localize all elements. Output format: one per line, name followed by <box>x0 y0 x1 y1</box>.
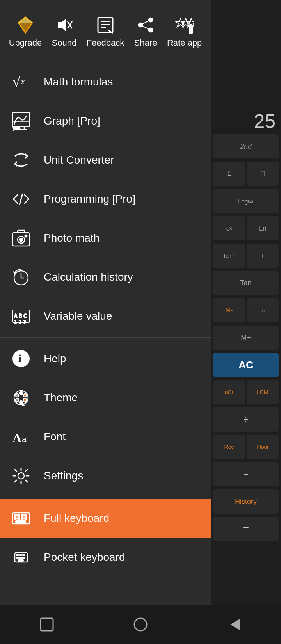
svg-marker-77 <box>230 619 240 630</box>
divider-1 <box>0 337 211 338</box>
svg-point-47 <box>23 394 27 397</box>
svg-point-33 <box>20 238 23 241</box>
toolbar-rate[interactable]: Rate app <box>164 10 205 52</box>
toolbar-upgrade[interactable]: Upgrade <box>6 10 45 52</box>
toolbar-share[interactable]: Share <box>131 10 160 52</box>
menu-item-photo-math[interactable]: Photo math <box>0 219 211 258</box>
menu-item-pocket-keyboard[interactable]: Pocket keyboard <box>0 538 211 577</box>
menu-label-font: Font <box>44 431 66 443</box>
svg-rect-69 <box>20 554 21 556</box>
svg-text:A: A <box>12 431 21 445</box>
math-formulas-icon: √ x <box>9 70 33 94</box>
menu-item-graph-pro[interactable]: y=x² Graph [Pro] <box>0 101 211 141</box>
svg-text:a: a <box>22 434 27 444</box>
settings-icon <box>9 464 33 487</box>
svg-line-30 <box>20 194 23 205</box>
svg-point-13 <box>149 28 153 32</box>
menu-label-variable-value: Variable value <box>44 310 112 322</box>
feedback-icon <box>95 14 116 36</box>
menu-label-photo-math: Photo math <box>44 232 100 244</box>
menu-item-theme[interactable]: Theme <box>0 378 211 417</box>
svg-rect-73 <box>23 557 25 559</box>
svg-point-56 <box>18 473 24 479</box>
menu-label-math-formulas: Math formulas <box>44 76 113 88</box>
svg-point-46 <box>20 391 23 395</box>
svg-rect-62 <box>14 518 16 519</box>
calc-history-icon <box>9 265 33 289</box>
svg-text:2: 2 <box>19 319 21 324</box>
toolbar-rate-label: Rate app <box>167 38 202 48</box>
svg-rect-60 <box>21 514 23 516</box>
toolbar-sound-label: Sound <box>52 38 77 48</box>
svg-rect-74 <box>18 560 23 561</box>
svg-text:1: 1 <box>14 319 17 324</box>
toolbar-share-label: Share <box>134 38 157 48</box>
nav-circle-button[interactable] <box>129 613 152 636</box>
toolbar-upgrade-label: Upgrade <box>9 38 42 48</box>
nav-back-button[interactable] <box>222 613 246 636</box>
menu-item-settings[interactable]: Settings <box>0 456 211 495</box>
svg-rect-65 <box>25 518 27 519</box>
svg-text:x: x <box>21 77 25 86</box>
drawer-overlay: Upgrade Sound Fe <box>0 0 281 644</box>
svg-text:A: A <box>14 313 18 319</box>
svg-rect-58 <box>14 514 16 516</box>
svg-rect-63 <box>18 518 20 519</box>
menu-item-programming-pro[interactable]: Programming [Pro] <box>0 180 211 219</box>
full-keyboard-icon <box>9 507 33 530</box>
programming-pro-icon <box>9 187 33 211</box>
svg-line-16 <box>142 26 149 29</box>
svg-text:3: 3 <box>23 319 26 324</box>
rate-app-icon <box>174 14 195 36</box>
menu-label-theme: Theme <box>44 391 78 404</box>
svg-point-14 <box>139 23 142 27</box>
toolbar-sound[interactable]: Sound <box>49 10 80 52</box>
pocket-keyboard-icon <box>9 546 33 569</box>
svg-rect-59 <box>18 514 20 516</box>
svg-rect-34 <box>25 235 27 237</box>
menu-item-font[interactable]: A a Font <box>0 417 211 456</box>
svg-text:B: B <box>19 313 22 319</box>
svg-text:y=x²: y=x² <box>13 126 20 130</box>
toolbar-feedback-label: Feedback <box>87 38 124 48</box>
unit-converter-icon <box>9 148 33 172</box>
svg-rect-70 <box>23 554 25 556</box>
toolbar-feedback[interactable]: Feedback <box>84 10 128 52</box>
menu-label-calc-history: Calculation history <box>44 271 133 283</box>
menu-label-programming-pro: Programming [Pro] <box>44 193 135 205</box>
svg-rect-71 <box>16 557 18 559</box>
theme-icon <box>9 386 33 409</box>
svg-point-76 <box>134 618 147 631</box>
drawer-menu: √ x Math formulas y=x² Graph [Pro] <box>0 62 211 644</box>
variable-value-icon: A B C 1 2 3 <box>9 304 33 328</box>
menu-item-unit-converter[interactable]: Unit Converter <box>0 141 211 180</box>
divider-2 <box>0 497 211 497</box>
svg-marker-18 <box>181 18 190 27</box>
font-icon: A a <box>9 425 33 448</box>
menu-label-help: Help <box>44 352 66 365</box>
svg-point-51 <box>16 394 19 397</box>
menu-item-full-keyboard[interactable]: Full keyboard <box>0 499 211 538</box>
svg-line-15 <box>142 21 149 24</box>
menu-item-help[interactable]: i Help <box>0 339 211 378</box>
menu-label-settings: Settings <box>44 470 83 482</box>
graph-pro-icon: y=x² <box>9 109 33 133</box>
svg-rect-61 <box>25 514 27 516</box>
svg-marker-17 <box>176 18 185 27</box>
help-icon: i <box>9 347 33 370</box>
menu-item-math-formulas[interactable]: √ x Math formulas <box>0 62 211 101</box>
share-icon <box>135 14 157 36</box>
menu-item-variable-value[interactable]: A B C 1 2 3 Variable value <box>0 297 211 336</box>
svg-rect-75 <box>41 618 53 631</box>
menu-label-graph-pro: Graph [Pro] <box>44 115 100 127</box>
menu-item-calc-history[interactable]: Calculation history <box>0 258 211 297</box>
svg-marker-1 <box>18 17 32 23</box>
svg-rect-72 <box>20 557 21 559</box>
svg-point-50 <box>16 398 19 402</box>
svg-rect-66 <box>16 521 26 523</box>
svg-marker-4 <box>58 18 66 32</box>
top-toolbar: Upgrade Sound Fe <box>0 0 211 62</box>
nav-square-button[interactable] <box>35 613 59 636</box>
svg-text:√: √ <box>12 74 20 90</box>
menu-label-full-keyboard: Full keyboard <box>44 512 109 525</box>
